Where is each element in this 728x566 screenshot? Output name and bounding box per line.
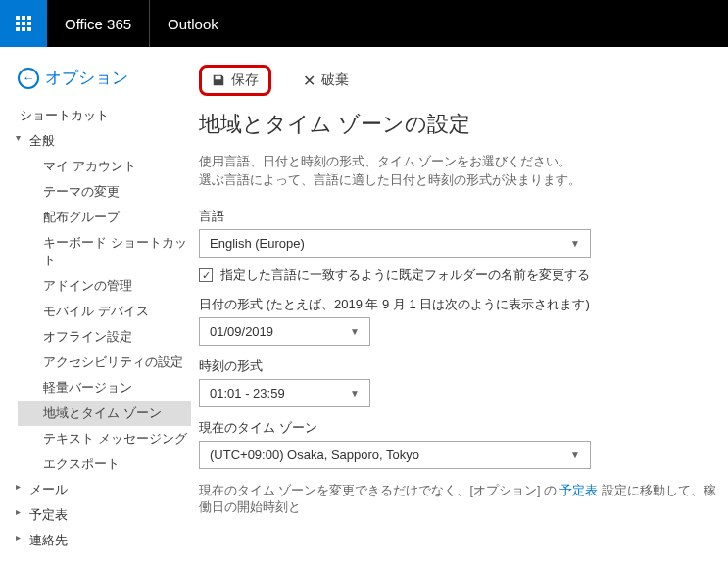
sidebar-subitem-offline[interactable]: オフライン設定	[18, 324, 191, 350]
chevron-down-icon: ▼	[350, 326, 360, 337]
page-description: 使用言語、日付と時刻の形式、タイム ゾーンをお選びください。 選ぶ言語によって、…	[199, 153, 728, 190]
sidebar-item-mail[interactable]: メール	[18, 477, 191, 502]
chevron-down-icon: ▼	[570, 449, 580, 460]
sidebar-subitem-change-theme[interactable]: テーマの変更	[18, 179, 191, 205]
date-format-label: 日付の形式 (たとえば、2019 年 9 月 1 日は次のように表示されます)	[199, 296, 728, 313]
sidebar: ← オプション ショートカット 全般 マイ アカウント テーマの変更 配布グルー…	[0, 47, 191, 553]
app-launcher-icon[interactable]	[0, 0, 47, 47]
sidebar-subitem-keyboard[interactable]: キーボード ショートカット	[18, 230, 191, 273]
sidebar-subitem-accessibility[interactable]: アクセシビリティの設定	[18, 350, 191, 375]
sidebar-subitem-mobile[interactable]: モバイル デバイス	[18, 299, 191, 324]
main-content: 保存 ✕ 破棄 地域とタイム ゾーンの設定 使用言語、日付と時刻の形式、タイム …	[191, 47, 728, 553]
footer-note: 現在のタイム ゾーンを変更できるだけでなく、[オプション] の 予定表 設定に移…	[199, 483, 728, 516]
app-label[interactable]: Outlook	[150, 16, 236, 32]
save-icon	[212, 73, 225, 87]
calendar-link[interactable]: 予定表	[559, 484, 598, 497]
save-label: 保存	[231, 71, 259, 89]
back-arrow-icon: ←	[18, 68, 39, 89]
timezone-label: 現在のタイム ゾーン	[199, 419, 728, 437]
timezone-select[interactable]: (UTC+09:00) Osaka, Sapporo, Tokyo ▼	[199, 441, 591, 469]
sidebar-item-calendar[interactable]: 予定表	[18, 502, 191, 528]
sidebar-item-contacts[interactable]: 連絡先	[18, 528, 191, 553]
toolbar: 保存 ✕ 破棄	[199, 65, 728, 96]
discard-button[interactable]: ✕ 破棄	[295, 68, 357, 94]
save-button[interactable]: 保存	[199, 65, 271, 96]
language-label: 言語	[199, 208, 728, 225]
sidebar-subitem-region-timezone[interactable]: 地域とタイム ゾーン	[18, 401, 191, 426]
time-format-value: 01:01 - 23:59	[210, 386, 285, 401]
sidebar-subitem-light[interactable]: 軽量バージョン	[18, 375, 191, 401]
chevron-down-icon: ▼	[350, 388, 360, 399]
back-to-options-link[interactable]: ← オプション	[18, 67, 191, 89]
time-format-label: 時刻の形式	[199, 357, 728, 375]
discard-label: 破棄	[321, 71, 349, 89]
back-label: オプション	[45, 67, 128, 89]
rename-folder-checkbox-row[interactable]: ✓ 指定した言語に一致するように既定フォルダーの名前を変更する	[199, 267, 728, 284]
sidebar-item-general[interactable]: 全般	[18, 128, 191, 154]
sidebar-subitem-text-messaging[interactable]: テキスト メッセージング	[18, 426, 191, 451]
time-format-select[interactable]: 01:01 - 23:59 ▼	[199, 379, 370, 407]
top-header: Office 365 Outlook	[0, 0, 728, 47]
page-title: 地域とタイム ゾーンの設定	[199, 110, 728, 139]
date-format-select[interactable]: 01/09/2019 ▼	[199, 317, 370, 346]
sidebar-subitem-export[interactable]: エクスポート	[18, 451, 191, 477]
sidebar-subitem-addins[interactable]: アドインの管理	[18, 273, 191, 299]
timezone-value: (UTC+09:00) Osaka, Sapporo, Tokyo	[210, 448, 419, 462]
language-value: English (Europe)	[210, 236, 305, 251]
discard-icon: ✕	[303, 71, 315, 90]
sidebar-subitem-my-account[interactable]: マイ アカウント	[18, 154, 191, 179]
sidebar-item-shortcut[interactable]: ショートカット	[18, 103, 191, 128]
chevron-down-icon: ▼	[570, 238, 580, 249]
language-select[interactable]: English (Europe) ▼	[199, 229, 591, 258]
sidebar-subitem-dist-groups[interactable]: 配布グループ	[18, 205, 191, 230]
checkbox-icon: ✓	[199, 268, 213, 282]
date-format-value: 01/09/2019	[210, 324, 273, 339]
rename-folder-label: 指定した言語に一致するように既定フォルダーの名前を変更する	[220, 267, 590, 284]
brand-label[interactable]: Office 365	[47, 0, 150, 47]
